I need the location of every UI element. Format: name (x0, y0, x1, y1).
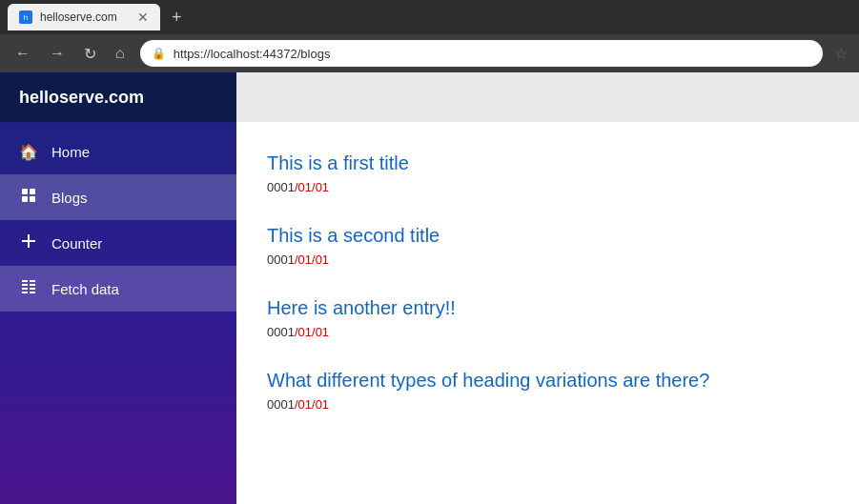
sidebar-item-counter-label: Counter (51, 235, 102, 252)
browser-tab[interactable]: h helloserve.com ✕ (8, 4, 160, 30)
sidebar-item-blogs[interactable]: Blogs (0, 174, 236, 220)
svg-rect-0 (22, 189, 28, 194)
main-header (236, 72, 859, 122)
lock-icon: 🔒 (152, 47, 166, 60)
svg-rect-12 (22, 292, 28, 293)
blog-date-1: 0001/01/01 (267, 252, 828, 267)
main-content: This is a first title 0001/01/01 This is… (236, 72, 859, 504)
blog-title-2[interactable]: Here is another entry!! (267, 297, 828, 319)
svg-rect-1 (30, 189, 35, 194)
blog-date-mid-3: 01 (298, 397, 312, 412)
blog-date-end-1: 01 (316, 252, 329, 267)
svg-rect-2 (22, 196, 28, 202)
svg-rect-11 (30, 288, 35, 290)
blog-list: This is a first title 0001/01/01 This is… (236, 122, 859, 442)
sidebar-nav: 🏠 Home Blogs (0, 130, 236, 312)
bookmark-icon[interactable]: ☆ (834, 45, 848, 63)
tab-close-button[interactable]: ✕ (137, 10, 149, 24)
blog-date-mid-2: 01 (298, 325, 312, 339)
browser-titlebar: h helloserve.com ✕ + (0, 0, 859, 34)
sidebar: helloserve.com 🏠 Home Blogs (0, 72, 236, 504)
tab-label: helloserve.com (40, 10, 117, 24)
blogs-icon (19, 188, 38, 207)
sidebar-item-counter[interactable]: Counter (0, 220, 236, 266)
blog-item-3: What different types of heading variatio… (267, 354, 828, 427)
blog-title-3[interactable]: What different types of heading variatio… (267, 370, 828, 392)
sidebar-item-home[interactable]: 🏠 Home (0, 130, 236, 174)
nav-home-button[interactable]: ⌂ (112, 43, 129, 64)
blog-date-prefix-3: 0001 (267, 397, 295, 412)
sidebar-item-fetch-data-label: Fetch data (51, 281, 119, 297)
blog-date-mid-0: 01 (298, 180, 312, 194)
blog-title-1[interactable]: This is a second title (267, 225, 828, 247)
new-tab-button[interactable]: + (164, 8, 190, 28)
svg-rect-9 (30, 284, 35, 286)
blog-date-prefix-1: 0001 (267, 252, 295, 267)
nav-back-button[interactable]: ← (11, 43, 34, 64)
blog-item-0: This is a first title 0001/01/01 (267, 137, 828, 210)
blog-date-3: 0001/01/01 (267, 397, 828, 412)
home-icon: 🏠 (19, 143, 38, 161)
svg-rect-10 (22, 288, 28, 290)
svg-rect-13 (30, 292, 35, 293)
blog-date-prefix-2: 0001 (267, 325, 295, 339)
blog-date-0: 0001/01/01 (267, 180, 828, 194)
address-bar[interactable]: 🔒 https://localhost:44372/blogs (140, 40, 823, 67)
svg-rect-6 (22, 280, 28, 282)
sidebar-brand: helloserve.com (0, 72, 236, 122)
counter-icon (19, 233, 38, 252)
blog-title-0[interactable]: This is a first title (267, 152, 828, 174)
blog-date-end-0: 01 (316, 180, 329, 194)
app-container: helloserve.com 🏠 Home Blogs (0, 72, 859, 504)
svg-rect-3 (30, 196, 35, 202)
svg-rect-7 (30, 280, 35, 282)
sidebar-item-blogs-label: Blogs (51, 190, 88, 206)
svg-rect-5 (22, 240, 35, 242)
blog-date-2: 0001/01/01 (267, 325, 828, 339)
browser-addressbar: ← → ↻ ⌂ 🔒 https://localhost:44372/blogs … (0, 34, 859, 72)
address-text: https://localhost:44372/blogs (174, 47, 811, 61)
blog-item-2: Here is another entry!! 0001/01/01 (267, 282, 828, 354)
blog-date-end-2: 01 (316, 325, 329, 339)
svg-rect-8 (22, 284, 28, 286)
nav-refresh-button[interactable]: ↻ (80, 43, 100, 65)
fetch-data-icon (19, 279, 38, 298)
blog-date-end-3: 01 (316, 397, 329, 412)
nav-forward-button[interactable]: → (46, 43, 69, 64)
blog-date-prefix-0: 0001 (267, 180, 295, 194)
tab-favicon: h (19, 10, 32, 24)
blog-date-mid-1: 01 (298, 252, 312, 267)
blog-item-1: This is a second title 0001/01/01 (267, 210, 828, 282)
sidebar-item-home-label: Home (51, 144, 90, 160)
sidebar-item-fetch-data[interactable]: Fetch data (0, 266, 236, 312)
